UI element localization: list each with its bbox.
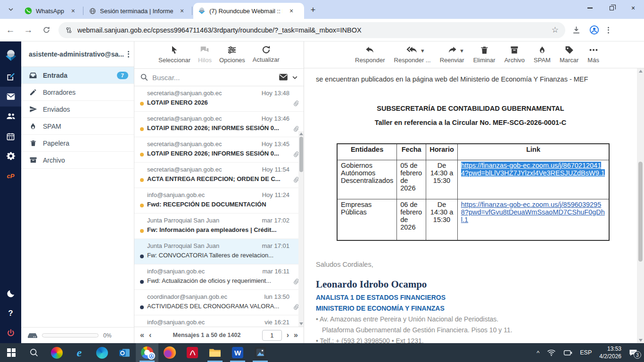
- dark-mode-button[interactable]: [0, 284, 21, 304]
- bookmark-star-icon[interactable]: ☆: [552, 25, 559, 35]
- list-scrollbar[interactable]: [298, 131, 304, 327]
- message-row[interactable]: secretaria@sanjuan.gob.ecHoy 11:54 ACTA …: [134, 163, 304, 188]
- zoom-link-selected[interactable]: https://finanzas-gob-ec.zoom.us/j/867021…: [461, 162, 605, 177]
- message-row[interactable]: info@sanjuan.gob.ecmar 16:11 Fwd: Actual…: [134, 264, 304, 290]
- profile-button[interactable]: [589, 25, 599, 35]
- window-close-button[interactable]: ×: [622, 0, 644, 16]
- tray-expand-chevron[interactable]: ^: [537, 349, 539, 356]
- reply-all-caret-icon[interactable]: ▾: [421, 47, 424, 54]
- taskbar-edge[interactable]: [91, 343, 113, 362]
- mail-nav-button[interactable]: [0, 87, 21, 107]
- message-row-selected[interactable]: Junta Parroquial San Juanmar 17:01 Fw: C…: [134, 239, 304, 264]
- folder-enviados[interactable]: Enviados: [21, 101, 134, 118]
- delete-button[interactable]: Eliminar: [473, 45, 495, 64]
- tab-close-icon[interactable]: ×: [178, 7, 186, 15]
- forward-button[interactable]: →: [21, 23, 36, 38]
- next-page-button[interactable]: ›: [287, 331, 289, 339]
- browser-menu-button[interactable]: [608, 27, 609, 33]
- tab-roundcube-active[interactable]: (7) Roundcube Webmail :: Entra ×: [193, 3, 304, 19]
- downloads-button[interactable]: [572, 25, 581, 34]
- forward-button[interactable]: ▾ Reenviar: [440, 45, 464, 64]
- start-button[interactable]: [0, 343, 23, 362]
- message-row[interactable]: secretaria@sanjuan.gob.ecHoy 13:48 LOTAI…: [134, 86, 304, 112]
- notification-center-button[interactable]: 3: [629, 349, 637, 356]
- contacts-nav-button[interactable]: [0, 107, 21, 126]
- scrollbar-thumb[interactable]: [638, 162, 643, 262]
- message-row[interactable]: secretaria@sanjuan.gob.ecHoy 13:46 LOTAI…: [134, 112, 304, 137]
- folder-borradores[interactable]: Borradores: [21, 84, 134, 101]
- reader-scrollbar[interactable]: [637, 68, 644, 343]
- help-button[interactable]: ?: [0, 304, 21, 323]
- account-menu-button[interactable]: [128, 51, 129, 58]
- taskbar-file-explorer[interactable]: [204, 343, 226, 362]
- language-indicator[interactable]: ESP: [580, 349, 592, 356]
- meet-now-icon[interactable]: [563, 349, 572, 356]
- account-header[interactable]: asistente-administrativo@sa...: [21, 41, 134, 67]
- reply-all-button[interactable]: ▾ Responder ...: [394, 45, 431, 64]
- taskbar-firefox[interactable]: [158, 343, 181, 362]
- taskbar-internet-explorer[interactable]: e: [68, 343, 91, 362]
- threads-button[interactable]: Hilos: [198, 45, 212, 64]
- taskbar-outlook[interactable]: [113, 343, 136, 362]
- reload-button[interactable]: [39, 23, 54, 38]
- folder-spam[interactable]: SPAM: [21, 118, 134, 135]
- search-input[interactable]: [152, 74, 275, 82]
- window-minimize-button[interactable]: [579, 0, 601, 16]
- folder-papelera[interactable]: Papelera: [21, 135, 134, 152]
- scroll-down-icon[interactable]: [299, 322, 303, 325]
- tab-sesion-terminada[interactable]: Sesión terminada | Informes Me ×: [84, 3, 191, 19]
- refresh-button[interactable]: Actualizar: [253, 45, 280, 63]
- search-scope-mail-icon[interactable]: [279, 74, 288, 81]
- message-row[interactable]: info@sanjuan.gob.ecvie 16:21: [134, 315, 304, 327]
- message-row[interactable]: coordinador@sanjuan.gob.eclun 13:50 ACTI…: [134, 290, 304, 315]
- last-page-button[interactable]: »: [294, 331, 298, 339]
- forward-caret-icon[interactable]: ▾: [460, 47, 463, 54]
- select-button[interactable]: Seleccionar: [158, 45, 190, 64]
- message-row[interactable]: secretaria@sanjuan.gob.ecHoy 13:45 LOTAI…: [134, 137, 304, 163]
- zoom-link[interactable]: https://finanzas-gob-ec.zoom.us/j/859603…: [461, 201, 605, 223]
- scroll-down-icon[interactable]: [639, 339, 643, 342]
- spam-button[interactable]: SPAM: [534, 45, 551, 64]
- more-button[interactable]: Más: [587, 45, 599, 64]
- taskbar-acrobat[interactable]: [181, 343, 204, 362]
- scroll-up-icon[interactable]: [299, 132, 303, 135]
- site-info-icon[interactable]: [65, 26, 73, 34]
- tab-whatsapp[interactable]: WhatsApp ×: [20, 3, 82, 19]
- taskbar-clock[interactable]: 13:53 4/2/2026: [599, 345, 621, 360]
- word-icon: W: [232, 347, 243, 358]
- archive-button[interactable]: Archivo: [504, 45, 525, 64]
- compose-button[interactable]: [0, 67, 21, 87]
- tab-close-icon[interactable]: ×: [287, 7, 296, 15]
- scrollbar-thumb[interactable]: [299, 137, 303, 172]
- address-bar[interactable]: webmail.sanjuan.gob.ec/cpsess9964711463/…: [58, 22, 565, 38]
- options-button[interactable]: Opciones: [219, 45, 245, 64]
- taskbar-copilot[interactable]: [45, 343, 68, 362]
- settings-nav-button[interactable]: [0, 146, 21, 166]
- wifi-icon[interactable]: [547, 349, 556, 356]
- page-number-input[interactable]: [262, 330, 282, 341]
- taskbar-chrome-active[interactable]: [136, 343, 158, 362]
- signature-address-1: • Av. Amazonas entre Pereira y Unión Nac…: [316, 315, 625, 323]
- message-row[interactable]: info@sanjuan.gob.ecHoy 11:24 Fwd: RECEPC…: [134, 188, 304, 214]
- search-options-chevron-icon[interactable]: [292, 74, 298, 81]
- taskbar-word[interactable]: W: [226, 343, 249, 362]
- scroll-up-icon[interactable]: [639, 70, 643, 73]
- folder-archivo[interactable]: Archivo: [21, 152, 134, 169]
- window-restore-button[interactable]: [601, 0, 622, 16]
- cpanel-logo[interactable]: cP: [0, 166, 21, 186]
- message-row[interactable]: Junta Parroquial San Juanmar 17:02 Fw: I…: [134, 214, 304, 239]
- taskbar-search-button[interactable]: [23, 343, 45, 362]
- profile-avatar-icon: [589, 25, 599, 35]
- tab-search-button[interactable]: [4, 3, 18, 16]
- prev-page-button[interactable]: ‹: [149, 331, 151, 339]
- folder-entrada[interactable]: Entrada 7: [21, 67, 134, 84]
- logout-button[interactable]: [0, 323, 21, 343]
- mark-button[interactable]: Marcar: [560, 45, 578, 64]
- taskbar-photos[interactable]: [249, 343, 272, 362]
- tab-close-icon[interactable]: ×: [69, 7, 77, 15]
- calendar-nav-button[interactable]: [0, 126, 21, 146]
- back-button[interactable]: ←: [3, 23, 18, 38]
- new-tab-button[interactable]: +: [307, 4, 319, 16]
- first-page-button[interactable]: «: [140, 331, 144, 339]
- reply-button[interactable]: Responder: [355, 45, 385, 64]
